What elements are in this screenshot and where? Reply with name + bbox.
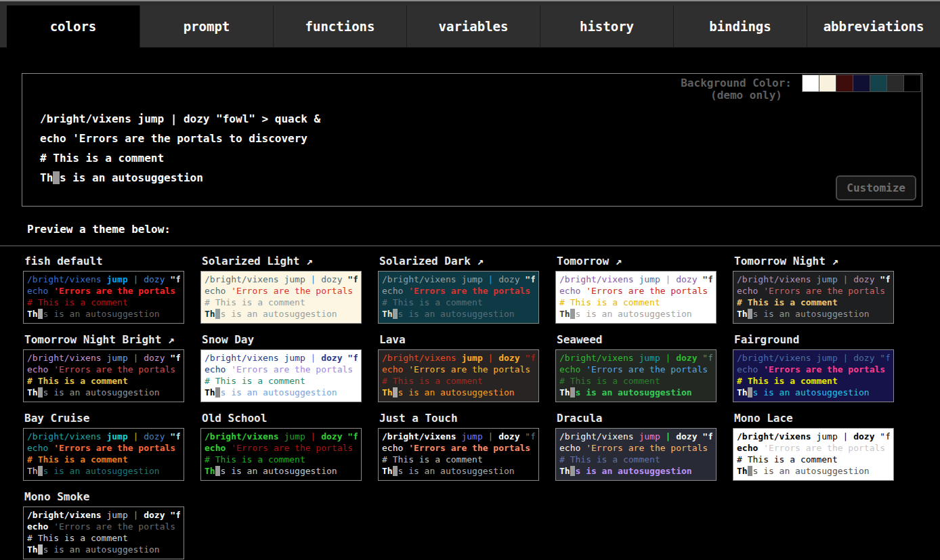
theme-name: Just a Touch (379, 412, 458, 425)
sample-line-comment: # This is a comment (382, 454, 535, 465)
external-link-icon[interactable]: ↗ (826, 255, 838, 267)
theme-sample-tomorrow-night-bright[interactable]: /bright/vixens jump | dozy "fowl" > quac… (23, 349, 184, 402)
sample-line-command: /bright/vixens jump | dozy "fowl" > quac… (382, 352, 535, 364)
external-link-icon[interactable]: ↗ (161, 333, 174, 346)
theme-title: Solarized Dark ↗ (379, 255, 540, 267)
sample-line-command: /bright/vixens jump | dozy "fowl" > quac… (382, 274, 535, 285)
theme-title: Tomorrow Night ↗ (734, 255, 895, 267)
theme-sample-tomorrow-night[interactable]: /bright/vixens jump | dozy "fowl" > quac… (733, 271, 894, 324)
theme-sample-fish-default[interactable]: /bright/vixens jump | dozy "fowl" > quac… (23, 271, 184, 324)
sample-line-autosuggestion: This is an autosuggestion (737, 387, 890, 398)
sample-line-command: /bright/vixens jump | dozy "fowl" > quac… (205, 274, 358, 285)
theme-card-seaweed: Seaweed/bright/vixens jump | dozy "fowl"… (555, 332, 718, 402)
theme-sample-seaweed[interactable]: /bright/vixens jump | dozy "fowl" > quac… (555, 349, 717, 402)
theme-name: Solarized Dark (379, 255, 471, 267)
theme-name: Fairground (734, 333, 799, 346)
external-link-icon[interactable]: ↗ (471, 255, 484, 267)
theme-title: Dracula (557, 412, 718, 425)
sample-line-autosuggestion: This is an autosuggestion (382, 308, 535, 320)
tab-variables[interactable]: variables (406, 5, 540, 47)
theme-sample-bay-cruise[interactable]: /bright/vixens jump | dozy "fowl" > quac… (23, 428, 184, 481)
sample-line-autosuggestion: This is an autosuggestion (559, 308, 712, 320)
theme-sample-just-a-touch[interactable]: /bright/vixens jump | dozy "fowl" > quac… (378, 428, 539, 481)
bg-swatch[interactable] (886, 74, 904, 92)
bg-swatch[interactable] (802, 74, 819, 92)
sample-line-error: echo 'Errors are the portals to discover… (737, 364, 890, 375)
theme-sample-mono-smoke[interactable]: /bright/vixens jump | dozy "fowl" > quac… (23, 507, 184, 559)
theme-card-bay-cruise: Bay Cruise/bright/vixens jump | dozy "fo… (23, 410, 186, 481)
sample-line-autosuggestion: This is an autosuggestion (40, 168, 320, 188)
theme-title: Solarized Light ↗ (202, 255, 363, 267)
sample-line-error: echo 'Errors are the portals to discover… (205, 442, 358, 454)
sample-line-error: echo 'Errors are the portals to discover… (27, 285, 180, 297)
theme-title: Lava (379, 333, 540, 346)
tab-colors[interactable]: colors (7, 5, 140, 47)
external-link-icon[interactable]: ↗ (609, 255, 622, 267)
sample-line-error: echo 'Errors are the portals to discover… (382, 442, 535, 454)
bg-swatch[interactable] (819, 74, 836, 92)
sample-line-error: echo 'Errors are the portals to discover… (27, 521, 180, 532)
theme-name: Mono Smoke (24, 490, 89, 503)
sample-line-autosuggestion: This is an autosuggestion (205, 308, 358, 320)
sample-line-command: /bright/vixens jump | dozy "fowl" > quac… (737, 352, 890, 364)
tab-abbreviations[interactable]: abbreviations (807, 5, 940, 47)
tab-prompt[interactable]: prompt (140, 5, 273, 47)
theme-title: Tomorrow ↗ (557, 255, 718, 267)
theme-name: Old School (202, 412, 267, 425)
bg-swatch[interactable] (870, 74, 887, 92)
theme-sample-snow-day[interactable]: /bright/vixens jump | dozy "fowl" > quac… (200, 349, 362, 402)
theme-card-dracula: Dracula/bright/vixens jump | dozy "fowl"… (555, 410, 718, 481)
theme-name: Tomorrow Night Bright (24, 333, 161, 346)
theme-title: Old School (202, 412, 363, 425)
theme-card-old-school: Old School/bright/vixens jump | dozy "fo… (200, 410, 363, 481)
sample-line-autosuggestion: This is an autosuggestion (737, 465, 890, 477)
sample-line-comment: # This is a comment (737, 297, 890, 308)
sample-line-command: /bright/vixens jump | dozy "fowl" > quac… (27, 431, 180, 442)
theme-sample-old-school[interactable]: /bright/vixens jump | dozy "fowl" > quac… (200, 428, 362, 481)
cursor-block: i (53, 171, 60, 184)
sample-line-command: /bright/vixens jump | dozy "fowl" > quac… (27, 352, 180, 364)
sample-line-autosuggestion: This is an autosuggestion (27, 308, 180, 320)
theme-sample-fairground[interactable]: /bright/vixens jump | dozy "fowl" > quac… (733, 349, 894, 402)
tab-history[interactable]: history (540, 5, 673, 47)
external-link-icon[interactable]: ↗ (300, 255, 313, 267)
sample-line-error: echo 'Errors are the portals to discover… (27, 442, 180, 454)
sample-line-command: /bright/vixens jump | dozy "fowl" > quac… (559, 352, 712, 364)
theme-title: Just a Touch (379, 412, 540, 425)
bg-swatch[interactable] (853, 74, 870, 92)
sample-line-comment: # This is a comment (27, 375, 180, 387)
theme-card-just-a-touch: Just a Touch/bright/vixens jump | dozy "… (378, 410, 540, 481)
theme-sample-solarized-dark[interactable]: /bright/vixens jump | dozy "fowl" > quac… (378, 271, 539, 324)
theme-sample-tomorrow[interactable]: /bright/vixens jump | dozy "fowl" > quac… (555, 271, 717, 324)
theme-sample-mono-lace[interactable]: /bright/vixens jump | dozy "fowl" > quac… (733, 428, 894, 481)
tab-functions[interactable]: functions (273, 5, 406, 47)
theme-title: Mono Smoke (24, 490, 186, 503)
sample-line-autosuggestion: This is an autosuggestion (205, 387, 358, 398)
sample-line-autosuggestion: This is an autosuggestion (27, 465, 180, 477)
background-color-label-line2: (demo only) (681, 89, 782, 102)
theme-name: Seaweed (557, 333, 602, 346)
sample-line-comment: # This is a comment (559, 297, 712, 308)
theme-name: Solarized Light (202, 255, 300, 267)
sample-line-autosuggestion: This is an autosuggestion (27, 544, 180, 555)
sample-line-error: echo 'Errors are the portals to discover… (559, 285, 712, 297)
theme-sample-solarized-light[interactable]: /bright/vixens jump | dozy "fowl" > quac… (200, 271, 362, 324)
theme-card-tomorrow: Tomorrow ↗/bright/vixens jump | dozy "fo… (555, 253, 718, 324)
theme-card-mono-lace: Mono Lace/bright/vixens jump | dozy "fow… (733, 410, 895, 481)
theme-sample-lava[interactable]: /bright/vixens jump | dozy "fowl" > quac… (378, 349, 539, 402)
theme-name: Bay Cruise (24, 412, 89, 425)
sample-line-comment: # This is a comment (382, 297, 535, 308)
theme-title: Tomorrow Night Bright ↗ (24, 333, 186, 346)
customize-button[interactable]: Customize (836, 175, 916, 200)
sample-line-error: echo 'Errors are the portals to discover… (205, 364, 358, 375)
theme-sample-dracula[interactable]: /bright/vixens jump | dozy "fowl" > quac… (555, 428, 717, 481)
theme-name: Tomorrow Night (734, 255, 826, 267)
sample-line-error: echo 'Errors are the portals to discover… (205, 285, 358, 297)
theme-name: Snow Day (202, 333, 254, 346)
terminal-sample: /bright/vixens jump | dozy "fowl" > quac… (40, 109, 320, 188)
sample-line-command: /bright/vixens jump | dozy "fowl" > quac… (737, 431, 890, 442)
tab-bindings[interactable]: bindings (673, 5, 807, 47)
bg-swatch[interactable] (836, 74, 853, 92)
background-color-label-line1: Background Color: (681, 77, 792, 89)
bg-swatch[interactable] (903, 74, 921, 92)
